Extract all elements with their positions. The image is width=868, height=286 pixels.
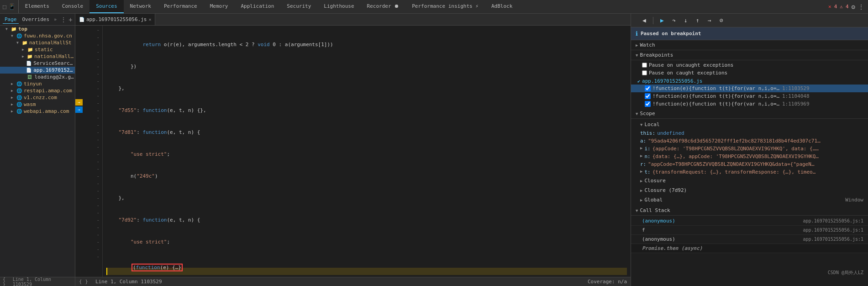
sidebar-new-snippet-icon[interactable]: +: [68, 16, 72, 23]
resume-button[interactable]: ▶: [657, 16, 667, 26]
code-content[interactable]: return o(r(e), arguments.length < 2 ? vo…: [103, 26, 631, 277]
editor-tab-appjs[interactable]: 📄 app.1697015255056.js ✕: [75, 14, 155, 25]
bp1-checkbox[interactable]: [645, 85, 651, 91]
cs3-file: app.1697015255056.js:1: [803, 237, 863, 242]
tab-recorder[interactable]: Recorder ⏺: [361, 0, 406, 13]
sidebar-tab-bar: Page Overrides » ⋮ +: [0, 14, 75, 26]
debugger-panel: ◀ ▶ ↷ ↓ ↑ → ⊘ ℹ Paused on breakpoint ▶ W…: [631, 14, 868, 286]
tree-item-nationalhallst-sub[interactable]: ▶ 📁 nationalHallSt/: [0, 53, 75, 60]
code-line-5: "7d81": function(e, t, n) {: [106, 129, 627, 136]
bp-option-caught: Pause on caught exceptions: [631, 69, 868, 77]
tab-network[interactable]: Network: [124, 0, 158, 13]
tab-application[interactable]: Application: [235, 0, 281, 13]
scope-chevron: ▼: [636, 111, 638, 116]
callstack-section-header[interactable]: ▼ Call Stack: [631, 206, 868, 216]
callstack-item-1[interactable]: (anonymous) app.1697015255056.js:1: [631, 217, 868, 226]
global-scope-header[interactable]: ▶ Global Window: [631, 195, 868, 205]
callstack-item-3[interactable]: (anonymous) app.1697015255056.js:1: [631, 235, 868, 244]
tree-item-appjs[interactable]: ▶ 📄 app.169701525505...: [0, 67, 75, 74]
sidebar-bottom-bar: { } Line 1, Column 1103529: [0, 277, 75, 286]
inspect-icon[interactable]: ⬚: [3, 3, 6, 10]
closure7d92-scope-header[interactable]: ▶ Closure (7d92): [631, 185, 868, 195]
scope-section-header[interactable]: ▼ Scope: [631, 109, 868, 119]
tab-security[interactable]: Security: [280, 0, 317, 13]
tab-console[interactable]: Console: [56, 0, 89, 13]
step-into-button[interactable]: ↓: [681, 16, 691, 26]
scope-val-this: undefined: [657, 130, 684, 136]
cs2-file: app.1697015255056.js:1: [803, 228, 863, 233]
sidebar-tab-page[interactable]: Page: [3, 16, 19, 24]
settings-icon[interactable]: ⚙: [852, 3, 855, 11]
code-line-8: },: [106, 195, 627, 202]
file-tree: ▼ 📁 top ▼ 🌐 fuwu.nhsa.gov.cn ▼ 📁 nationa…: [0, 26, 75, 277]
tab-elements[interactable]: Elements: [19, 0, 56, 13]
bp2-location: 1:1104048: [782, 93, 810, 99]
step-button[interactable]: →: [705, 16, 715, 26]
tree-item-cnzz[interactable]: ▶ 🌐 v1.cnzz.com: [0, 94, 75, 101]
breakpoint-item-2[interactable]: !function(e){function t(t){for(var n,i,o…: [631, 92, 868, 100]
scope-t[interactable]: ▶ t: {transformRequest: {…}, transformRe…: [636, 168, 868, 176]
tree-item-nationalhallst[interactable]: ▼ 📁 nationalHallSt: [0, 39, 75, 46]
line-column-status: Line 1, Column 1103529: [13, 277, 72, 286]
bp2-checkbox[interactable]: [645, 93, 651, 99]
scope-expand-i: ▶: [640, 146, 642, 150]
tree-item-servicesearch[interactable]: ▶ 📄 ServiceSearchMod...: [0, 60, 75, 67]
watch-section-header[interactable]: ▶ Watch: [631, 40, 868, 50]
scope-i[interactable]: ▶ i: {appCode: 'T98HPCGN5ZVVQBS8LZQNOAEX…: [636, 145, 868, 153]
closure7d92-label: Closure (7d92): [644, 187, 687, 193]
tab-memory[interactable]: Memory: [204, 0, 235, 13]
local-label: Local: [644, 122, 659, 127]
breakpoints-chevron: ▼: [636, 53, 638, 58]
collapse-button[interactable]: ◀: [639, 16, 649, 26]
tree-item-tinyun[interactable]: ▶ 🌐 tinyun: [0, 80, 75, 87]
tab-sources[interactable]: Sources: [89, 0, 123, 13]
breakpoints-section-header[interactable]: ▼ Breakpoints: [631, 50, 868, 60]
bp-caught-checkbox[interactable]: [642, 70, 647, 75]
scope-r: r: "appCode=T98HPCGN5ZVVQBS8LZQNOAEXVI9G…: [636, 160, 868, 168]
bp-uncaught-checkbox[interactable]: [642, 63, 647, 68]
callstack-item-async: Promise.then (async): [631, 244, 868, 253]
tree-label-appjs: app.169701525505...: [33, 67, 75, 73]
scope-val-t: {transformRequest: {…}, transformRespons…: [652, 169, 817, 175]
overrides-more-icon[interactable]: »: [54, 17, 57, 22]
scope-key-t: t:: [644, 169, 650, 175]
scope-key-n: n:: [644, 154, 650, 159]
scope-this: this: undefined: [636, 129, 868, 137]
step-over-button[interactable]: ↷: [669, 16, 679, 26]
tab-performance-insights[interactable]: Performance insights ⚡: [405, 0, 485, 13]
device-icon[interactable]: 📱: [8, 3, 16, 10]
global-label: Global: [644, 197, 663, 203]
cs-async-label: Promise.then (async): [642, 245, 702, 251]
local-scope-header[interactable]: ▼ Local: [631, 120, 868, 129]
tree-item-fuwu[interactable]: ▼ 🌐 fuwu.nhsa.gov.cn: [0, 32, 75, 39]
step-out-button[interactable]: ↑: [693, 16, 703, 26]
more-icon[interactable]: ⋮: [858, 3, 864, 11]
file-icon-loading: 🖼: [27, 74, 34, 79]
scope-n[interactable]: ▶ n: {data: {…}, appCode: 'T98HPCGN5ZVVQ…: [636, 153, 868, 160]
tab-lighthouse[interactable]: Lighthouse: [317, 0, 360, 13]
tree-item-loading[interactable]: ▶ 🖼 loading@2x.gif: [0, 74, 75, 80]
breakpoint-item-1[interactable]: !function(e){function t(t){for(var n,i,o…: [631, 85, 868, 92]
sidebar-tab-overrides[interactable]: Overrides: [21, 16, 52, 23]
tree-item-restapi[interactable]: ▶ 🌐 restapi.amap.com: [0, 87, 75, 94]
closure-scope-header[interactable]: ▶ Closure: [631, 176, 868, 185]
sidebar-more-icon[interactable]: ⋮: [60, 16, 67, 23]
tree-label-national: nationalHallSt: [29, 40, 72, 46]
tab-performance[interactable]: Performance: [158, 0, 204, 13]
tree-label-service: ServiceSearchMod...: [33, 60, 75, 66]
deactivate-button[interactable]: ⊘: [716, 16, 726, 26]
bp3-checkbox[interactable]: [645, 101, 651, 107]
file-icon-appjs: 📄: [26, 68, 32, 73]
callstack-item-2[interactable]: f app.1697015255056.js:1: [631, 226, 868, 235]
watch-chevron: ▶: [636, 43, 638, 48]
tree-item-webapi[interactable]: ▶ 🌐 webapi.amap.com: [0, 108, 75, 115]
chevron-static: ▶: [22, 48, 26, 52]
tab-close-button[interactable]: ✕: [148, 17, 151, 22]
tab-adblock[interactable]: AdBlock: [485, 0, 519, 13]
tree-item-static[interactable]: ▶ 📁 static: [0, 46, 75, 53]
folder-icon-cnzz: 🌐: [16, 95, 23, 100]
breakpoint-item-3[interactable]: !function(e){function t(t){for(var n,i,o…: [631, 100, 868, 108]
tree-label-top: top: [18, 26, 27, 32]
tree-item-top[interactable]: ▼ 📁 top: [0, 26, 75, 32]
tree-item-wasm[interactable]: ▶ 🌐 wasm: [0, 101, 75, 108]
